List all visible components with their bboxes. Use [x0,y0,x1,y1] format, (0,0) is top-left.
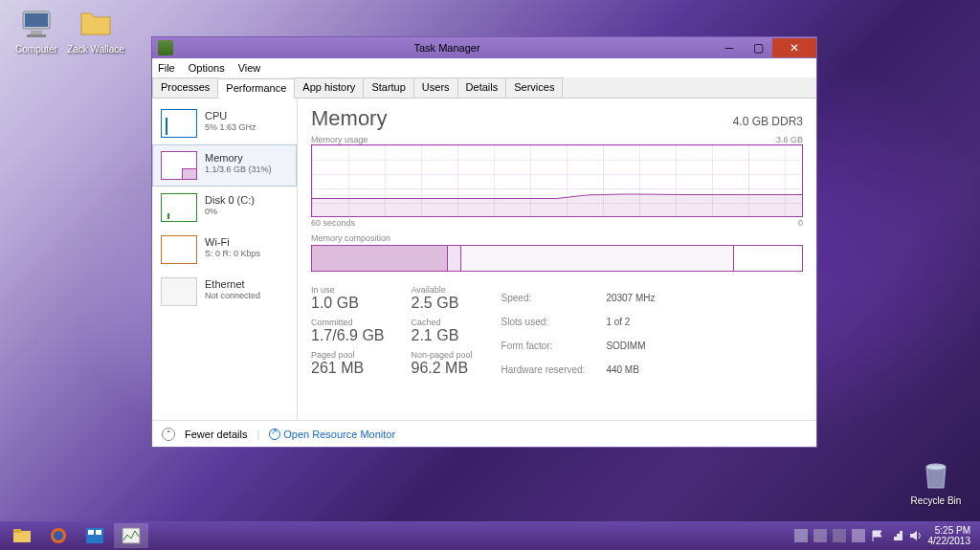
desktop-icon-computer[interactable]: Computer [8,4,65,55]
form-value: SODIMM [606,335,655,357]
task-manager-icon [158,40,173,55]
clock-date: 4/22/2013 [928,536,971,546]
window-footer: ˄ Fewer details | Open Resource Monitor [152,420,816,447]
clock-time: 5:25 PM [928,525,971,536]
svg-rect-13 [794,529,808,542]
resource-sub: 0% [205,207,255,218]
resource-item-cpu[interactable]: CPU 5% 1.63 GHz [152,102,297,144]
tray-icon[interactable] [852,529,865,542]
resource-name: Wi-Fi [205,235,260,249]
tabbar: Processes Performance App history Startu… [152,77,816,99]
xaxis-right: 0 [798,218,803,228]
cached-value: 2.1 GB [412,327,473,344]
memory-composition-bar [311,245,803,272]
tray-icon[interactable] [813,529,827,542]
close-button[interactable]: ✕ [772,38,816,57]
titlebar[interactable]: Task Manager ─ ▢ ✕ [152,37,816,58]
memory-panel: Memory 4.0 GB DDR3 Memory usage 3.6 GB 6… [298,99,816,420]
chevron-up-icon[interactable]: ˄ [162,428,175,441]
memory-spec: 4.0 GB DDR3 [733,115,803,128]
tab-processes[interactable]: Processes [152,77,218,98]
resource-item-ethernet[interactable]: Ethernet Not connected [152,271,297,313]
reserved-label: Hardware reserved: [501,359,605,381]
desktop-icon-label: Recycle Bin [907,495,965,506]
computer-icon [17,4,56,42]
tray-flag-icon[interactable] [871,529,884,542]
resource-list: CPU 5% 1.63 GHz Memory 1.1/3.6 GB (31%) … [152,99,298,420]
tray-network-icon[interactable] [890,529,903,542]
desktop-icon-user-folder[interactable]: Zack Wallace [67,4,124,55]
desktop-icon-recycle-bin[interactable]: Recycle Bin [907,455,965,506]
wifi-thumb-icon [161,235,197,264]
paged-label: Paged pool [311,350,385,360]
panel-title: Memory [311,106,387,131]
resource-sub: 1.1/3.6 GB (31%) [205,165,272,176]
resource-item-wifi[interactable]: Wi-Fi S: 0 R: 0 Kbps [152,229,297,271]
menu-file[interactable]: File [158,62,175,74]
speed-value: 20307 MHz [606,287,655,309]
memory-usage-chart [311,144,803,217]
svg-rect-6 [13,529,21,533]
composition-label: Memory composition [311,233,390,243]
svg-rect-16 [852,529,865,542]
tab-app-history[interactable]: App history [294,77,364,98]
tab-services[interactable]: Services [505,77,563,98]
svg-rect-2 [31,31,42,34]
tray-icon[interactable] [833,529,846,542]
taskbar[interactable]: 5:25 PM 4/22/2013 [0,521,980,550]
resource-item-disk[interactable]: Disk 0 (C:) 0% [152,187,297,229]
tab-details[interactable]: Details [457,77,507,98]
recycle-bin-icon [917,455,955,494]
taskbar-task-manager[interactable] [114,523,148,548]
svg-rect-10 [88,530,94,535]
resource-monitor-icon [269,429,280,440]
taskbar-explorer[interactable] [5,523,39,548]
nonpaged-value: 96.2 MB [412,360,473,377]
taskbar-clock[interactable]: 5:25 PM 4/22/2013 [928,525,971,546]
tray-icon[interactable] [794,529,808,542]
xaxis-left: 60 seconds [311,218,355,228]
svg-rect-14 [813,529,827,542]
resource-name: Disk 0 (C:) [205,193,255,207]
fewer-details-link[interactable]: Fewer details [185,429,247,440]
cached-label: Cached [412,318,473,327]
window-title: Task Manager [179,42,715,54]
svg-rect-11 [96,530,101,535]
slots-value: 1 of 2 [606,311,655,333]
reserved-value: 440 MB [606,359,655,381]
memory-thumb-icon [161,151,197,180]
resource-name: Memory [205,151,272,165]
disk-thumb-icon [161,193,197,222]
usage-chart-label: Memory usage [311,135,368,144]
menu-options[interactable]: Options [189,62,225,74]
minimize-button[interactable]: ─ [715,38,744,57]
resource-sub: Not connected [205,291,260,302]
taskbar-firefox[interactable] [41,523,76,548]
system-tray: 5:25 PM 4/22/2013 [794,525,977,546]
tab-startup[interactable]: Startup [363,77,413,98]
svg-point-8 [54,531,63,540]
tab-users[interactable]: Users [413,77,458,98]
task-manager-window: Task Manager ─ ▢ ✕ File Options View Pro… [151,36,817,448]
taskbar-app[interactable] [78,523,112,548]
resource-sub: S: 0 R: 0 Kbps [205,249,260,260]
available-value: 2.5 GB [412,295,473,312]
in-use-value: 1.0 GB [311,295,385,312]
menu-view[interactable]: View [238,62,261,74]
svg-rect-15 [833,529,846,542]
desktop-background[interactable]: Computer Zack Wallace Recycle Bin Task M… [0,0,980,550]
resource-name: CPU [205,109,256,122]
desktop-icon-label: Computer [8,44,65,55]
tab-performance[interactable]: Performance [217,78,295,99]
tray-volume-icon[interactable] [909,529,923,542]
resource-sub: 5% 1.63 GHz [205,122,256,134]
available-label: Available [412,285,473,295]
committed-label: Committed [311,318,385,327]
resource-item-memory[interactable]: Memory 1.1/3.6 GB (31%) [152,144,297,187]
maximize-button[interactable]: ▢ [744,38,772,57]
svg-rect-12 [122,528,140,543]
resource-name: Ethernet [205,277,260,291]
nonpaged-label: Non-paged pool [412,350,473,360]
paged-value: 261 MB [311,360,385,377]
open-resource-monitor-link[interactable]: Open Resource Monitor [269,429,395,440]
